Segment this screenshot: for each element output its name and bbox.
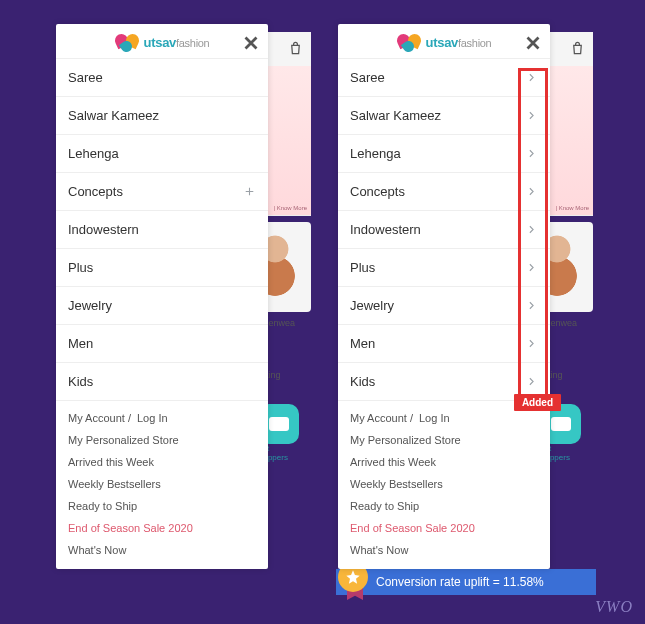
brand-logo: utsavfashion bbox=[115, 32, 210, 52]
chevron-right-icon bbox=[525, 109, 538, 122]
sub-link[interactable]: Ready to Ship bbox=[338, 495, 550, 517]
sub-link[interactable]: My Personalized Store bbox=[56, 429, 268, 451]
sub-link[interactable]: What's Now bbox=[338, 539, 550, 561]
menu-item-indowestern[interactable]: Indowestern bbox=[56, 211, 268, 249]
menu-item-kids[interactable]: Kids bbox=[56, 363, 268, 401]
chevron-right-icon bbox=[525, 299, 538, 312]
menu-item-plus[interactable]: Plus bbox=[338, 249, 550, 287]
sub-link[interactable]: Arrived this Week bbox=[56, 451, 268, 473]
menu-item-concepts[interactable]: Concepts bbox=[338, 173, 550, 211]
menu-item-men[interactable]: Men bbox=[56, 325, 268, 363]
menu-item-salwar[interactable]: Salwar Kameez bbox=[56, 97, 268, 135]
sub-link[interactable]: Ready to Ship bbox=[56, 495, 268, 517]
nav-drawer: utsavfashion Saree Salwar Kameez Lehenga… bbox=[56, 24, 268, 569]
sub-link[interactable]: My Personalized Store bbox=[338, 429, 550, 451]
chevron-right-icon bbox=[525, 185, 538, 198]
control-screenshot: | Know More Menwea ating ilot hoppers ut… bbox=[56, 24, 302, 569]
sub-link[interactable]: Weekly Bestsellers bbox=[338, 473, 550, 495]
account-links: My Account /Log In My Personalized Store… bbox=[56, 401, 268, 569]
menu-item-salwar[interactable]: Salwar Kameez bbox=[338, 97, 550, 135]
variation-screenshot: | Know More Menwea ating ilot hoppers ut… bbox=[338, 24, 584, 569]
uplift-text: Conversion rate uplift = 11.58% bbox=[376, 575, 544, 589]
bag-icon bbox=[570, 41, 585, 58]
bag-icon bbox=[288, 41, 303, 58]
menu-item-plus[interactable]: Plus bbox=[56, 249, 268, 287]
close-icon[interactable] bbox=[522, 32, 544, 54]
sub-link[interactable]: Arrived this Week bbox=[338, 451, 550, 473]
category-menu: Saree Salwar Kameez Lehenga Concepts Ind… bbox=[338, 59, 550, 401]
chevron-right-icon bbox=[525, 261, 538, 274]
menu-item-jewelry[interactable]: Jewelry bbox=[338, 287, 550, 325]
chevron-right-icon bbox=[525, 147, 538, 160]
menu-item-concepts[interactable]: Concepts bbox=[56, 173, 268, 211]
chevron-right-icon bbox=[525, 71, 538, 84]
added-annotation: Added bbox=[514, 394, 561, 411]
account-links: My Account /Log In My Personalized Store… bbox=[338, 401, 550, 569]
menu-item-saree[interactable]: Saree bbox=[56, 59, 268, 97]
chevron-right-icon bbox=[525, 223, 538, 236]
chevron-right-icon bbox=[525, 375, 538, 388]
vwo-watermark: VWO bbox=[595, 598, 633, 616]
plus-icon bbox=[243, 185, 256, 198]
login-link[interactable]: My Account /Log In bbox=[56, 407, 268, 429]
close-icon[interactable] bbox=[240, 32, 262, 54]
uplift-banner: Conversion rate uplift = 11.58% bbox=[336, 569, 596, 595]
menu-item-men[interactable]: Men bbox=[338, 325, 550, 363]
category-menu: Saree Salwar Kameez Lehenga Concepts Ind… bbox=[56, 59, 268, 401]
chevron-right-icon bbox=[525, 337, 538, 350]
menu-item-indowestern[interactable]: Indowestern bbox=[338, 211, 550, 249]
menu-item-saree[interactable]: Saree bbox=[338, 59, 550, 97]
menu-item-lehenga[interactable]: Lehenga bbox=[56, 135, 268, 173]
menu-item-lehenga[interactable]: Lehenga bbox=[338, 135, 550, 173]
menu-item-jewelry[interactable]: Jewelry bbox=[56, 287, 268, 325]
sub-link-promo[interactable]: End of Season Sale 2020 bbox=[338, 517, 550, 539]
brand-logo: utsavfashion bbox=[397, 32, 492, 52]
sub-link[interactable]: Weekly Bestsellers bbox=[56, 473, 268, 495]
sub-link[interactable]: What's Now bbox=[56, 539, 268, 561]
sub-link-promo[interactable]: End of Season Sale 2020 bbox=[56, 517, 268, 539]
nav-drawer: utsavfashion Added Saree Salwar Kameez L… bbox=[338, 24, 550, 569]
